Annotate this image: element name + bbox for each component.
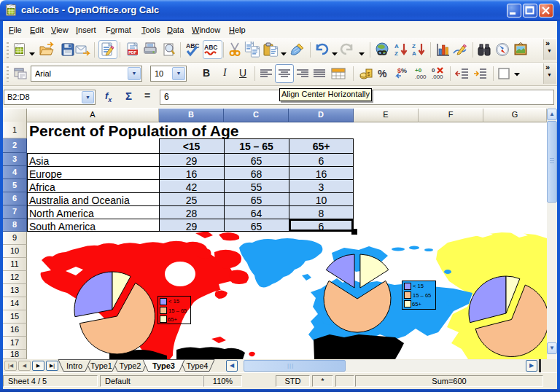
- svg-text:Z: Z: [394, 50, 398, 57]
- svg-text:$: $: [368, 71, 370, 77]
- svg-text:Type1: Type1: [90, 361, 112, 370]
- svg-text:Type4: Type4: [187, 361, 209, 370]
- svg-text:Intro: Intro: [66, 361, 82, 370]
- svg-text:Z: Z: [412, 43, 416, 50]
- svg-text:PDF: PDF: [128, 50, 137, 55]
- svg-text:Type3: Type3: [152, 361, 175, 370]
- svg-text:A: A: [394, 43, 399, 50]
- svg-text:ABC: ABC: [204, 44, 217, 51]
- svg-text:+0: +0: [415, 67, 422, 74]
- svg-text:Type2: Type2: [120, 361, 141, 370]
- svg-text:$%: $%: [397, 67, 407, 74]
- svg-text:.000: .000: [415, 74, 427, 80]
- svg-text:%: %: [378, 68, 387, 79]
- svg-text:0: 0: [432, 67, 435, 74]
- svg-text:ABC: ABC: [186, 42, 199, 50]
- svg-text:.000: .000: [432, 74, 443, 80]
- svg-text:A: A: [412, 50, 416, 57]
